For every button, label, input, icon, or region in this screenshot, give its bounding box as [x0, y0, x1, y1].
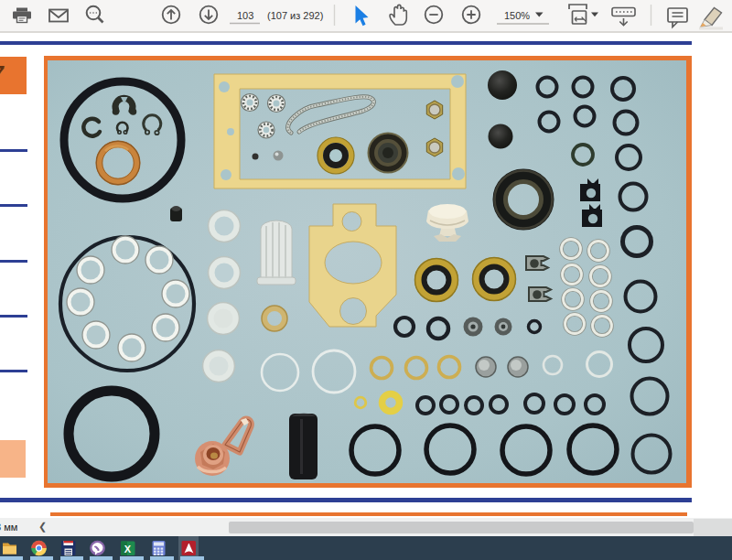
svg-text:X: X [124, 544, 132, 555]
